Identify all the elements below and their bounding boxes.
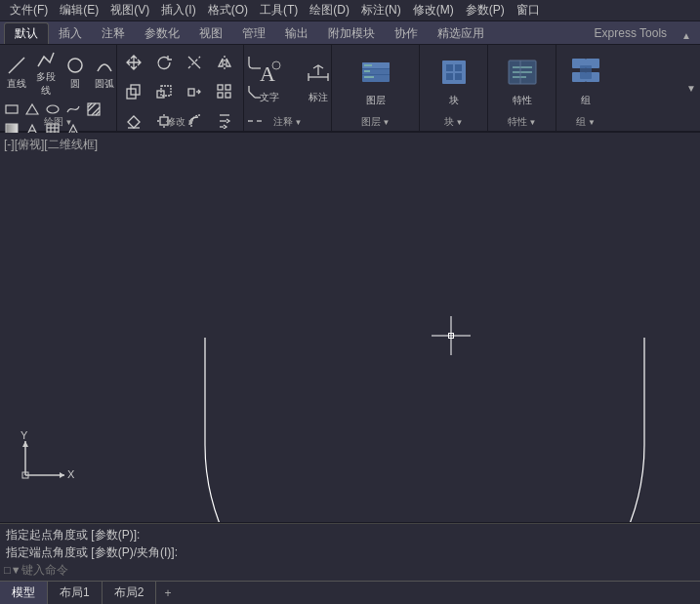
modify-copy-button[interactable] bbox=[119, 78, 148, 105]
tab-manage[interactable]: 管理 bbox=[232, 22, 275, 44]
tab-output[interactable]: 输出 bbox=[275, 22, 318, 44]
cmd-box-icon: □▼ bbox=[4, 564, 21, 576]
tab-layout1[interactable]: 布局1 bbox=[48, 582, 103, 604]
hatch-icon bbox=[87, 102, 101, 116]
properties-label-text: 特性 bbox=[508, 115, 527, 129]
modify-mirror-button[interactable] bbox=[210, 49, 239, 76]
menu-dimension[interactable]: 标注(N) bbox=[355, 0, 407, 20]
tab-insert[interactable]: 插入 bbox=[49, 22, 92, 44]
ribbon-chevron-icon[interactable]: ▲ bbox=[677, 27, 696, 44]
modify-scale-button[interactable] bbox=[149, 78, 179, 105]
layers-tools: 图层 bbox=[334, 47, 417, 113]
modify-tools-container bbox=[119, 47, 241, 113]
draw-line-label: 直线 bbox=[7, 77, 26, 91]
menu-insert[interactable]: 插入(I) bbox=[155, 0, 201, 20]
menu-draw[interactable]: 绘图(D) bbox=[304, 0, 355, 20]
svg-rect-28 bbox=[188, 89, 194, 96]
block-icon bbox=[436, 55, 472, 90]
stretch-icon bbox=[186, 84, 202, 100]
layers-icon bbox=[358, 55, 393, 90]
ribbon-group-annotation: A 文字 标注 注释 ▼ bbox=[244, 45, 332, 131]
draw-arc-label: 圆弧 bbox=[95, 77, 114, 91]
modify-trim-button[interactable] bbox=[180, 49, 209, 76]
polyline-icon bbox=[36, 49, 56, 68]
svg-line-7 bbox=[88, 103, 96, 111]
draw-polyline-button[interactable]: 多段线 bbox=[31, 47, 61, 100]
modify-label-text: 修改 bbox=[166, 115, 185, 129]
draw-arc-button[interactable]: 圆弧 bbox=[90, 54, 119, 93]
svg-rect-64 bbox=[446, 73, 453, 80]
block-group-label[interactable]: 块 ▼ bbox=[420, 115, 487, 129]
block-label-text: 块 bbox=[444, 115, 454, 129]
svg-rect-61 bbox=[442, 60, 466, 84]
modify-group-label[interactable]: 修改 ▼ bbox=[117, 115, 243, 129]
annotation-label-text: 注释 bbox=[273, 115, 293, 129]
properties-group-label[interactable]: 特性 ▼ bbox=[488, 115, 556, 129]
draw-line-button[interactable]: 直线 bbox=[2, 54, 31, 93]
menu-format[interactable]: 格式(O) bbox=[202, 0, 254, 20]
text-label: 文字 bbox=[260, 91, 279, 104]
draw-group-label[interactable]: 绘图 ▼ bbox=[0, 115, 116, 129]
status-bar: 模型 布局1 布局2 + bbox=[0, 581, 700, 604]
menu-edit[interactable]: 编辑(E) bbox=[54, 0, 104, 20]
layers-group-label[interactable]: 图层 ▼ bbox=[332, 115, 419, 129]
menu-tools[interactable]: 工具(T) bbox=[254, 0, 304, 20]
tab-express-tools[interactable]: Express Tools bbox=[585, 22, 677, 44]
svg-rect-62 bbox=[446, 64, 453, 71]
draw-circle-button[interactable]: 圆 bbox=[61, 54, 90, 93]
y-axis-label: Y bbox=[21, 431, 28, 441]
menu-view[interactable]: 视图(V) bbox=[104, 0, 155, 20]
drawing-canvas[interactable] bbox=[0, 133, 700, 522]
dimension-icon bbox=[304, 58, 333, 87]
modify-rotate-button[interactable] bbox=[149, 49, 179, 76]
command-input[interactable] bbox=[21, 563, 696, 577]
circle-icon bbox=[65, 56, 85, 75]
group-icon bbox=[568, 55, 603, 90]
properties-button[interactable]: 特性 bbox=[499, 52, 546, 110]
ribbon-expand-button[interactable]: ▼ bbox=[686, 83, 696, 94]
ellipse-icon bbox=[46, 102, 60, 116]
groups-group-label[interactable]: 组 ▼ bbox=[556, 115, 615, 129]
annotation-text-button[interactable]: A 文字 bbox=[246, 49, 293, 113]
tab-default[interactable]: 默认 bbox=[4, 22, 49, 44]
annotation-group-label[interactable]: 注释 ▼ bbox=[244, 115, 331, 129]
canvas-area[interactable]: [-][俯视][二维线框] X Y bbox=[0, 133, 700, 523]
coord-axes: X Y bbox=[16, 431, 74, 490]
modify-stretch-button[interactable] bbox=[180, 78, 209, 105]
modify-array-button[interactable] bbox=[210, 78, 239, 105]
tab-parametric[interactable]: 参数化 bbox=[135, 22, 189, 44]
move-icon bbox=[126, 55, 142, 70]
block-label: 块 bbox=[449, 94, 459, 107]
tab-view[interactable]: 视图 bbox=[189, 22, 232, 44]
tab-add-button[interactable]: + bbox=[156, 584, 179, 602]
properties-dropdown-icon: ▼ bbox=[529, 118, 537, 127]
menu-params[interactable]: 参数(P) bbox=[460, 0, 511, 20]
svg-rect-58 bbox=[364, 64, 372, 66]
annotation-tools: A 文字 标注 bbox=[246, 47, 329, 113]
ribbon-tabs: 默认 插入 注释 参数化 视图 管理 输出 附加模块 协作 精选应用 Expre… bbox=[0, 21, 700, 45]
ribbon-panel: 直线 多段线 圆 圆弧 bbox=[0, 45, 700, 133]
svg-rect-75 bbox=[580, 65, 592, 79]
svg-rect-60 bbox=[364, 76, 374, 78]
groups-button[interactable]: 组 bbox=[562, 52, 609, 110]
layers-button[interactable]: 图层 bbox=[352, 52, 399, 110]
menu-file[interactable]: 文件(F) bbox=[4, 0, 54, 20]
menu-window[interactable]: 窗口 bbox=[511, 0, 546, 20]
svg-text:A: A bbox=[260, 61, 275, 86]
tab-annotation[interactable]: 注释 bbox=[92, 22, 135, 44]
modify-move-button[interactable] bbox=[119, 49, 148, 76]
block-button[interactable]: 块 bbox=[431, 52, 477, 110]
svg-point-4 bbox=[47, 105, 59, 113]
coordinate-system: X Y bbox=[16, 431, 74, 493]
menu-modify[interactable]: 修改(M) bbox=[407, 0, 460, 20]
x-axis-label: X bbox=[67, 468, 74, 480]
dimension-label: 标注 bbox=[309, 91, 328, 104]
svg-rect-63 bbox=[455, 64, 462, 71]
tab-layout2[interactable]: 布局2 bbox=[103, 582, 157, 604]
svg-rect-29 bbox=[218, 85, 223, 90]
tab-addons[interactable]: 附加模块 bbox=[318, 22, 385, 44]
draw-circle-label: 圆 bbox=[70, 77, 80, 91]
tab-collaborate[interactable]: 协作 bbox=[385, 22, 428, 44]
tab-featured[interactable]: 精选应用 bbox=[428, 22, 494, 44]
tab-model[interactable]: 模型 bbox=[0, 582, 48, 604]
